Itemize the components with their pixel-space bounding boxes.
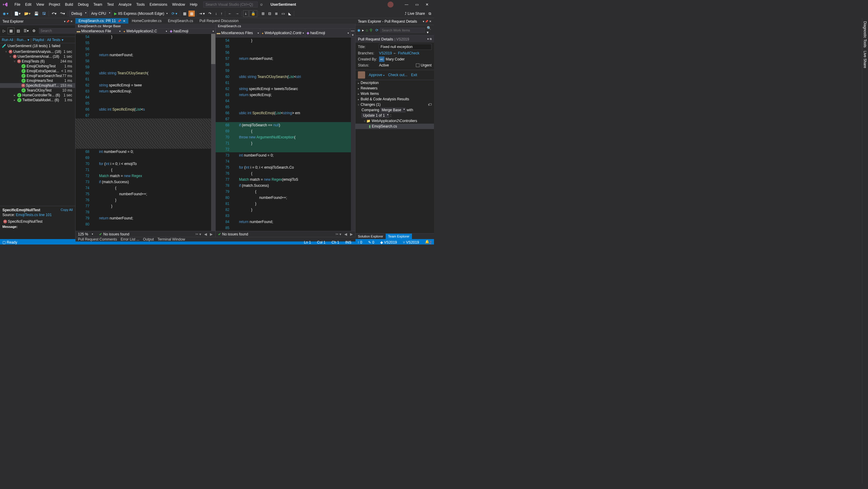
exit-button[interactable]: Exit bbox=[411, 73, 417, 77]
tb-icon-1[interactable]: ▦ bbox=[182, 10, 188, 17]
changed-file[interactable]: ▮ EmojiSearch.cs bbox=[355, 124, 434, 129]
nav-left-icon[interactable]: ← bbox=[226, 10, 233, 17]
code-line[interactable]: 63 return specificEmoji; bbox=[75, 88, 211, 94]
code-line[interactable]: 54 } bbox=[216, 37, 351, 44]
test-row[interactable]: ▿✕UserSentimentAnal... (18)1 sec bbox=[0, 54, 75, 59]
menu-tools[interactable]: Tools bbox=[134, 1, 147, 8]
live-share-button[interactable]: ⤴Live Share bbox=[403, 10, 427, 17]
menu-analyze[interactable]: Analyze bbox=[116, 1, 134, 8]
code-line[interactable]: 54 } bbox=[75, 34, 211, 40]
test-row[interactable]: ✕SpecificEmojiNullT...153 ms bbox=[0, 83, 75, 88]
code-line[interactable]: 80 bbox=[75, 221, 211, 227]
test-row[interactable]: ▸✓TwitterDataModel... (6)1 ms bbox=[0, 97, 75, 103]
search-visual-studio-input[interactable] bbox=[203, 1, 258, 7]
save-all-icon[interactable]: 🖫 bbox=[41, 10, 48, 17]
te-back-icon[interactable]: ◉ bbox=[357, 28, 360, 32]
code-line[interactable]: 77 Match match = new Regex(emojiToS bbox=[216, 176, 351, 182]
code-line[interactable]: 84 return numberFound; bbox=[216, 219, 351, 225]
checkout-button[interactable]: Check out... bbox=[388, 73, 407, 77]
test-row[interactable]: ✓EmojiFaceSearchTest77 ms bbox=[0, 74, 75, 78]
code-line[interactable]: 76 } bbox=[75, 197, 211, 203]
urgent-checkbox[interactable]: Urgent bbox=[416, 63, 432, 67]
zoom-level[interactable]: 125 % bbox=[78, 232, 88, 236]
menu-help[interactable]: Help bbox=[188, 1, 200, 8]
code-line[interactable]: 62 string specificEmoji = tweetsToSearc bbox=[216, 86, 351, 92]
start-debug-button[interactable]: ▶IIS Express (Microsoft Edge)▾ bbox=[112, 11, 169, 16]
step-into-icon[interactable]: ↓ bbox=[214, 10, 218, 17]
code-line[interactable]: 69 bbox=[75, 155, 211, 161]
code-line[interactable]: 69 { bbox=[216, 128, 351, 134]
tb-misc-2[interactable]: ⊟ bbox=[267, 10, 273, 17]
code-line[interactable]: 74 bbox=[216, 159, 351, 165]
redo-icon[interactable]: ↷▾ bbox=[59, 10, 66, 17]
code-line[interactable] bbox=[75, 124, 211, 131]
code-line[interactable]: 85 bbox=[216, 225, 351, 231]
nav-back-icon[interactable]: ◉ ▾ bbox=[1, 10, 10, 17]
test-row[interactable]: ✓EmojiHeartsTest1 ms bbox=[0, 78, 75, 83]
doc-tab[interactable]: HomeController.cs bbox=[129, 18, 165, 24]
code-line[interactable]: 58 bbox=[216, 62, 351, 68]
code-line[interactable]: 73 if (match.Success) bbox=[75, 179, 211, 185]
output-tab[interactable]: Error List ... bbox=[121, 237, 139, 241]
playlist-link[interactable]: Playlist : All Tests bbox=[33, 38, 60, 42]
test-row[interactable]: ▿✕EmojiTests (6)244 ms bbox=[0, 59, 75, 64]
te-section[interactable]: ▸Description bbox=[355, 80, 434, 86]
lock-icon[interactable]: 🔒 bbox=[249, 10, 257, 17]
doc-tab[interactable]: EmojiSearch.cs bbox=[165, 18, 196, 24]
step-over-icon[interactable]: ↷ bbox=[207, 10, 213, 17]
te-home-icon[interactable]: ⌂ bbox=[366, 28, 368, 32]
output-tab[interactable]: Terminal Window bbox=[157, 237, 185, 241]
branch-source[interactable]: FixNullCheck bbox=[398, 51, 420, 55]
code-line[interactable] bbox=[75, 137, 211, 143]
code-line[interactable]: 62 string specificEmoji = twee bbox=[75, 82, 211, 88]
code-line[interactable]: 73 int numberFound = 0; bbox=[216, 152, 351, 159]
panel-dropdown-icon[interactable]: ▾ 📌 ✕ bbox=[64, 20, 73, 23]
publish-indicator[interactable]: ↑ 0 bbox=[357, 240, 362, 244]
run-all-link[interactable]: Run All bbox=[2, 38, 13, 42]
code-line[interactable]: 82 } bbox=[216, 207, 351, 213]
te-section[interactable]: ▸Work Items bbox=[355, 91, 434, 96]
code-line[interactable]: 74 { bbox=[75, 185, 211, 191]
code-line[interactable] bbox=[75, 143, 211, 149]
code-line[interactable]: 70 throw new ArgumentNullException( bbox=[216, 134, 351, 140]
output-tab[interactable]: Pull Request Comments bbox=[78, 237, 117, 241]
code-line[interactable]: 56 bbox=[75, 46, 211, 52]
code-line[interactable]: 68 int numberFound = 0; bbox=[75, 149, 211, 155]
code-line[interactable]: 59 bbox=[216, 68, 351, 74]
test-row[interactable]: ✓EmojiClothingTest1 ms bbox=[0, 64, 75, 68]
menu-project[interactable]: Project bbox=[46, 1, 63, 8]
menu-file[interactable]: File bbox=[12, 1, 23, 8]
line-indicator[interactable]: Ln 1 bbox=[304, 240, 311, 244]
source-link[interactable]: EmojiTests.cs line 101 bbox=[16, 213, 52, 217]
code-line[interactable]: 78 bbox=[75, 209, 211, 215]
menu-window[interactable]: Window bbox=[170, 1, 188, 8]
code-line[interactable]: 80 numberFound++; bbox=[216, 195, 351, 201]
nav-class-right[interactable]: ⬥WebApplication2.Contr bbox=[260, 29, 305, 37]
step-out-icon[interactable]: ↑ bbox=[219, 10, 224, 17]
save-icon[interactable]: 💾 bbox=[33, 10, 40, 17]
branch-indicator[interactable]: ⑂ VS2019 bbox=[403, 240, 419, 244]
approve-button[interactable]: Approve ▾ bbox=[369, 73, 384, 77]
split-icon[interactable]: —+ bbox=[350, 29, 355, 37]
code-line[interactable]: 67 bbox=[75, 112, 211, 118]
overview-ruler[interactable] bbox=[351, 37, 355, 231]
changes-tag-icon[interactable]: 🏷 bbox=[428, 103, 432, 107]
search-work-items-input[interactable] bbox=[380, 28, 425, 33]
code-line[interactable]: 79 return numberFound; bbox=[75, 215, 211, 221]
code-line[interactable]: 71 } bbox=[216, 140, 351, 146]
user-avatar[interactable] bbox=[388, 1, 394, 7]
maximize-button[interactable]: ▭ bbox=[412, 1, 421, 7]
nav-scope-left[interactable]: ▬Miscellaneous File bbox=[75, 29, 122, 33]
open-icon[interactable]: 📂▾ bbox=[23, 10, 32, 17]
menu-edit[interactable]: Edit bbox=[23, 1, 34, 8]
te-refresh-icon[interactable]: ⟳ bbox=[375, 28, 378, 32]
test-row[interactable]: ▸✓HomeControllerTe... (6)1 sec bbox=[0, 93, 75, 97]
config-dropdown[interactable]: Debug bbox=[69, 10, 88, 17]
undo-icon[interactable]: ↶▾ bbox=[50, 10, 58, 17]
changed-folder[interactable]: ▿ 📁 WebApplication2\Controllers bbox=[355, 118, 434, 124]
te-fwd-icon[interactable]: ▸ bbox=[362, 28, 364, 32]
minimize-button[interactable]: — bbox=[402, 1, 411, 7]
code-line[interactable]: 65 bbox=[75, 100, 211, 106]
code-line[interactable]: 66 ublic int SpecificEmoji(List<s bbox=[75, 106, 211, 112]
code-line[interactable]: 65 bbox=[216, 104, 351, 110]
